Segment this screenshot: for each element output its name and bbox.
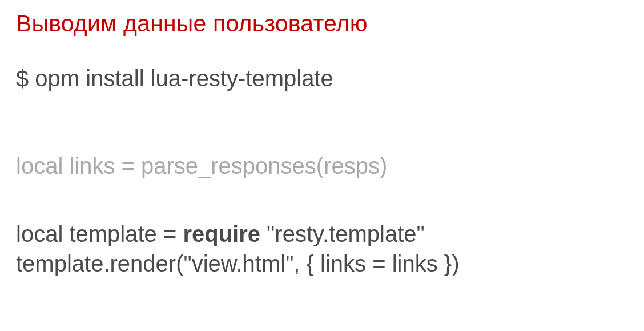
code-faded-line: local links = parse_responses(resps) — [16, 153, 628, 179]
code-line1-suffix: "resty.template" — [260, 221, 425, 246]
code-line-require: local template = require "resty.template… — [16, 219, 628, 249]
code-line1-prefix: local template = — [16, 221, 183, 246]
code-line-render: template.render("view.html", { links = l… — [16, 249, 628, 278]
slide-title: Выводим данные пользователю — [16, 10, 628, 37]
install-command: $ opm install lua-resty-template — [16, 66, 628, 91]
code-keyword-require: require — [183, 221, 260, 246]
